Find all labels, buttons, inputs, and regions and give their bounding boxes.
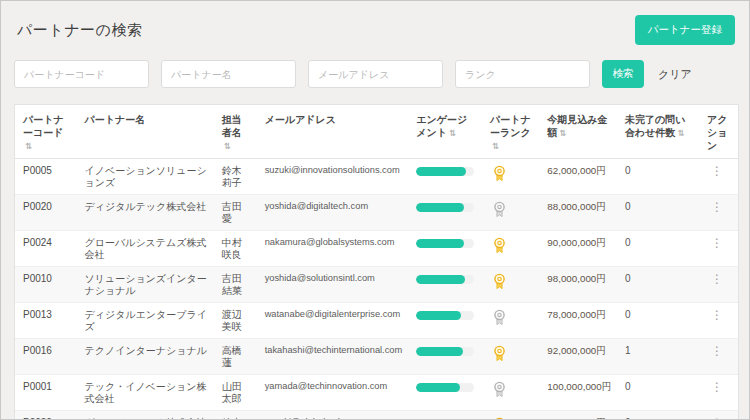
sort-icon[interactable]: ⇅ xyxy=(678,128,685,138)
action-cell: ⋮ xyxy=(699,267,738,303)
action-cell: ⋮ xyxy=(699,339,738,375)
engagement-cell xyxy=(408,303,482,339)
column-header[interactable]: パートナーランク⇅ xyxy=(482,105,539,159)
row-actions-menu-icon[interactable]: ⋮ xyxy=(707,273,727,285)
engagement-bar-fill xyxy=(416,383,460,392)
forecast-amount-cell: 100,000,000円 xyxy=(539,375,617,411)
row-actions-menu-icon[interactable]: ⋮ xyxy=(707,381,727,393)
action-cell: ⋮ xyxy=(699,411,738,420)
sort-icon[interactable]: ⇅ xyxy=(559,128,566,138)
partner-name-input[interactable] xyxy=(161,60,296,88)
partner-name-cell: ディジタルエンタープライズ xyxy=(76,303,213,339)
engagement-bar xyxy=(416,311,474,320)
forecast-amount-cell: 96,000,000円 xyxy=(539,411,617,420)
engagement-cell xyxy=(408,195,482,231)
email-cell: takahashi@techinternational.com xyxy=(257,339,409,375)
column-header[interactable]: パートナーコード⇅ xyxy=(15,105,76,159)
forecast-amount-cell: 90,000,000円 xyxy=(539,231,617,267)
table-row: P0013ディジタルエンタープライズ渡辺 美咲watanabe@digitale… xyxy=(15,303,738,339)
row-actions-menu-icon[interactable]: ⋮ xyxy=(707,345,727,357)
contact-name-cell: 鈴木 咲良 xyxy=(214,411,257,420)
open-inquiries-cell: 0 xyxy=(617,411,699,420)
partner-search-page: パートナーの検索 パートナー登録 検索 クリア パートナーコード⇅パートナー名担… xyxy=(0,0,750,420)
table-row: P0010ソリューションズインターナショナル吉田 結菜yoshida@solut… xyxy=(15,267,738,303)
rank-cell xyxy=(482,411,539,420)
table-row: P0020ディジタルテック株式会社吉田 愛yoshida@digitaltech… xyxy=(15,195,738,231)
email-cell: yoshida@digitaltech.com xyxy=(257,195,409,231)
table-row: P0024グローバルシステムズ株式会社中村 咲良nakamura@globals… xyxy=(15,231,738,267)
partner-name-cell: イノベーションソリューションズ xyxy=(76,159,213,195)
rank-cell xyxy=(482,159,539,195)
table-row: P0016テクノインターナショナル高橋 蓮takahashi@techinter… xyxy=(15,339,738,375)
open-inquiries-cell: 1 xyxy=(617,339,699,375)
rank-medal-gold-icon xyxy=(492,345,507,362)
partner-name-cell: グローバルテック株式会社 xyxy=(76,411,213,420)
contact-name-cell: 吉田 愛 xyxy=(214,195,257,231)
open-inquiries-cell: 0 xyxy=(617,195,699,231)
forecast-amount-cell: 78,000,000円 xyxy=(539,303,617,339)
column-header[interactable]: 担当者名⇅ xyxy=(214,105,257,159)
row-actions-menu-icon[interactable]: ⋮ xyxy=(707,237,727,249)
partner-code-cell: P0010 xyxy=(15,267,76,303)
clear-button[interactable]: クリア xyxy=(658,67,692,82)
email-cell: watanabe@digitalenterprise.com xyxy=(257,303,409,339)
row-actions-menu-icon[interactable]: ⋮ xyxy=(707,309,727,321)
forecast-amount-cell: 98,000,000円 xyxy=(539,267,617,303)
column-header[interactable]: 未完了の問い合わせ件数⇅ xyxy=(617,105,699,159)
column-label: エンゲージメント xyxy=(416,114,467,138)
column-header: パートナー名 xyxy=(76,105,213,159)
partner-code-input[interactable] xyxy=(14,60,149,88)
table-row: P0001テック・イノベーション株式会社山田 太郎yamada@techinno… xyxy=(15,375,738,411)
partner-name-cell: ソリューションズインターナショナル xyxy=(76,267,213,303)
engagement-bar-fill xyxy=(416,203,464,212)
engagement-cell xyxy=(408,375,482,411)
email-input[interactable] xyxy=(308,60,443,88)
search-button[interactable]: 検索 xyxy=(602,60,644,88)
sort-icon[interactable]: ⇅ xyxy=(25,141,32,151)
sort-icon[interactable]: ⇅ xyxy=(492,141,499,151)
rank-cell xyxy=(482,195,539,231)
row-actions-menu-icon[interactable]: ⋮ xyxy=(707,165,727,177)
register-partner-button[interactable]: パートナー登録 xyxy=(635,15,735,45)
partner-name-cell: ディジタルテック株式会社 xyxy=(76,195,213,231)
contact-name-cell: 高橋 蓮 xyxy=(214,339,257,375)
column-label: パートナーランク xyxy=(490,114,531,138)
sort-icon[interactable]: ⇅ xyxy=(224,141,231,151)
column-label: メールアドレス xyxy=(265,114,336,125)
rank-cell xyxy=(482,267,539,303)
rank-cell xyxy=(482,303,539,339)
engagement-cell xyxy=(408,231,482,267)
rank-medal-silver-icon xyxy=(492,381,507,398)
engagement-bar xyxy=(416,347,474,356)
column-header[interactable]: エンゲージメント⇅ xyxy=(408,105,482,159)
column-label: アクション xyxy=(707,114,727,151)
rank-medal-gold-icon xyxy=(492,237,507,254)
email-cell: yoshida@solutionsintl.com xyxy=(257,267,409,303)
action-cell: ⋮ xyxy=(699,231,738,267)
table-row: P0030グローバルテック株式会社鈴木 咲良suzuki@globaltech.… xyxy=(15,411,738,420)
engagement-bar-fill xyxy=(416,275,465,284)
rank-medal-gold-icon xyxy=(492,165,507,182)
contact-name-cell: 吉田 結菜 xyxy=(214,267,257,303)
row-actions-menu-icon[interactable]: ⋮ xyxy=(707,201,727,213)
partner-table: パートナーコード⇅パートナー名担当者名⇅メールアドレスエンゲージメント⇅パートナ… xyxy=(15,105,738,420)
contact-name-cell: 中村 咲良 xyxy=(214,231,257,267)
partner-name-cell: テクノインターナショナル xyxy=(76,339,213,375)
open-inquiries-cell: 0 xyxy=(617,375,699,411)
partner-code-cell: P0024 xyxy=(15,231,76,267)
email-cell: yamada@techinnovation.com xyxy=(257,375,409,411)
open-inquiries-cell: 0 xyxy=(617,267,699,303)
contact-name-cell: 渡辺 美咲 xyxy=(214,303,257,339)
table-row: P0005イノベーションソリューションズ鈴木 莉子suzuki@innovati… xyxy=(15,159,738,195)
engagement-bar-fill xyxy=(416,311,461,320)
open-inquiries-cell: 0 xyxy=(617,231,699,267)
rank-input[interactable] xyxy=(455,60,590,88)
sort-icon[interactable]: ⇅ xyxy=(449,128,456,138)
partner-name-cell: テック・イノベーション株式会社 xyxy=(76,375,213,411)
engagement-bar xyxy=(416,203,474,212)
engagement-bar xyxy=(416,383,474,392)
action-cell: ⋮ xyxy=(699,159,738,195)
column-header[interactable]: 今期見込み金額⇅ xyxy=(539,105,617,159)
engagement-bar xyxy=(416,239,474,248)
column-header: メールアドレス xyxy=(257,105,409,159)
